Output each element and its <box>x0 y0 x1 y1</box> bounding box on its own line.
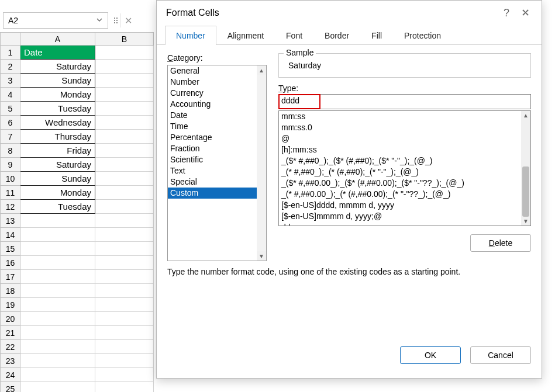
column-header[interactable]: A <box>20 33 95 46</box>
cell[interactable] <box>20 284 95 298</box>
list-item[interactable]: Time <box>168 121 257 132</box>
tab-font[interactable]: Font <box>275 26 313 45</box>
cell[interactable] <box>95 130 154 144</box>
scroll-up-icon[interactable]: ▲ <box>257 65 266 75</box>
list-item[interactable]: Text <box>168 165 257 176</box>
row-header[interactable]: 8 <box>1 144 20 158</box>
tab-protection[interactable]: Protection <box>393 26 452 45</box>
list-item[interactable]: Fraction <box>168 143 257 154</box>
cell[interactable] <box>95 228 154 242</box>
column-header[interactable]: B <box>95 33 154 46</box>
row-header[interactable]: 19 <box>1 298 20 312</box>
list-item[interactable]: _(* #,##0_);_(* (#,##0);_(* "-"_);_(@_) <box>279 166 521 178</box>
cell[interactable] <box>20 228 95 242</box>
row-header[interactable]: 15 <box>1 242 20 256</box>
row-header[interactable]: 22 <box>1 340 20 354</box>
row-header[interactable]: 2 <box>1 60 20 74</box>
cell[interactable] <box>95 256 154 270</box>
cell[interactable] <box>20 312 95 326</box>
cell[interactable] <box>20 256 95 270</box>
cell[interactable] <box>95 382 154 393</box>
row-header[interactable]: 17 <box>1 270 20 284</box>
cell[interactable] <box>95 354 154 368</box>
list-item[interactable]: Percentage <box>168 132 257 143</box>
list-item[interactable]: [$-en-US]dddd, mmmm d, yyyy <box>279 200 521 211</box>
cell[interactable] <box>95 214 154 228</box>
ok-button[interactable]: OK <box>400 346 461 364</box>
row-header[interactable]: 13 <box>1 214 20 228</box>
cell[interactable]: Sunday <box>20 74 95 88</box>
select-all-corner[interactable] <box>1 33 20 46</box>
cell[interactable] <box>20 354 95 368</box>
cell[interactable] <box>95 88 154 102</box>
cell[interactable] <box>20 326 95 340</box>
cell[interactable]: Date <box>20 46 95 60</box>
list-item[interactable]: [$-en-US]mmmm d, yyyy;@ <box>279 211 521 222</box>
cell[interactable]: Wednesday <box>20 116 95 130</box>
row-header[interactable]: 23 <box>1 354 20 368</box>
help-button[interactable]: ? <box>497 4 516 22</box>
cell[interactable]: Monday <box>20 186 95 200</box>
category-listbox[interactable]: GeneralNumberCurrencyAccountingDateTimeP… <box>167 65 267 261</box>
cell[interactable] <box>95 270 154 284</box>
row-header[interactable]: 24 <box>1 368 20 382</box>
cell[interactable] <box>95 186 154 200</box>
scroll-thumb[interactable] <box>522 166 529 217</box>
cell[interactable] <box>95 102 154 116</box>
row-header[interactable]: 10 <box>1 172 20 186</box>
cell[interactable] <box>20 382 95 393</box>
scrollbar[interactable]: ▲ ▼ <box>257 65 266 261</box>
row-header[interactable]: 4 <box>1 88 20 102</box>
row-header[interactable]: 5 <box>1 102 20 116</box>
cell[interactable]: Friday <box>20 144 95 158</box>
cell[interactable]: Saturday <box>20 60 95 74</box>
list-item[interactable]: _($* #,##0_);_($* (#,##0);_($* "-"_);_(@… <box>279 155 521 166</box>
list-item[interactable]: Accounting <box>168 99 257 110</box>
list-item[interactable]: Date <box>168 110 257 121</box>
list-item[interactable]: _(* #,##0.00_);_(* (#,##0.00);_(* "-"??_… <box>279 189 521 200</box>
list-item[interactable]: General <box>168 65 257 77</box>
tab-number[interactable]: Number <box>165 26 216 45</box>
row-header[interactable]: 3 <box>1 74 20 88</box>
row-header[interactable]: 9 <box>1 158 20 172</box>
cell[interactable] <box>95 144 154 158</box>
drag-handle-icon[interactable] <box>114 18 118 23</box>
row-header[interactable]: 12 <box>1 200 20 214</box>
scroll-down-icon[interactable]: ▼ <box>521 217 530 226</box>
cell[interactable] <box>95 158 154 172</box>
tab-border[interactable]: Border <box>313 26 360 45</box>
spreadsheet[interactable]: A B 1Date2Saturday3Sunday4Monday5Tuesday… <box>0 32 155 392</box>
tab-fill[interactable]: Fill <box>360 26 393 45</box>
row-header[interactable]: 11 <box>1 186 20 200</box>
type-input[interactable]: dddd <box>278 94 531 109</box>
list-item[interactable]: Number <box>168 77 257 88</box>
cell[interactable]: Tuesday <box>20 200 95 214</box>
cell[interactable] <box>95 368 154 382</box>
cell[interactable] <box>95 312 154 326</box>
list-item[interactable]: Custom <box>168 188 257 199</box>
cell[interactable] <box>95 284 154 298</box>
cell[interactable]: Thursday <box>20 130 95 144</box>
list-item[interactable]: @ <box>279 133 521 144</box>
close-button[interactable]: ✕ <box>516 4 535 22</box>
scroll-down-icon[interactable]: ▼ <box>257 251 266 261</box>
cell[interactable] <box>20 298 95 312</box>
row-header[interactable]: 14 <box>1 228 20 242</box>
scroll-up-icon[interactable]: ▲ <box>521 111 530 120</box>
row-header[interactable]: 6 <box>1 116 20 130</box>
list-item[interactable]: [h]:mm:ss <box>279 144 521 155</box>
cell[interactable] <box>95 200 154 214</box>
cell[interactable] <box>20 368 95 382</box>
cell[interactable]: Tuesday <box>20 102 95 116</box>
delete-button[interactable]: Delete <box>470 234 531 252</box>
row-header[interactable]: 16 <box>1 256 20 270</box>
type-listbox[interactable]: mm:ssmm:ss.0@[h]:mm:ss_($* #,##0_);_($* … <box>278 110 531 226</box>
tab-alignment[interactable]: Alignment <box>216 26 275 45</box>
list-item[interactable]: mm:ss.0 <box>279 122 521 133</box>
cell[interactable] <box>95 46 154 60</box>
row-header[interactable]: 21 <box>1 326 20 340</box>
list-item[interactable]: Scientific <box>168 154 257 165</box>
cell[interactable] <box>95 60 154 74</box>
cell[interactable] <box>20 214 95 228</box>
cell[interactable]: Saturday <box>20 158 95 172</box>
